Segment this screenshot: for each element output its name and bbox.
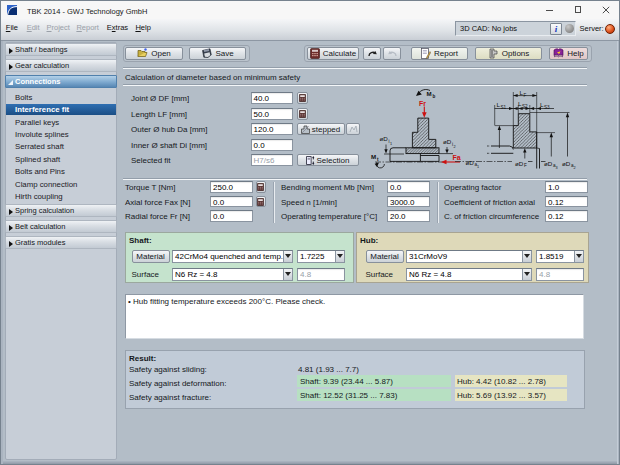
svg-text:t: t: [377, 157, 379, 162]
svg-text:3: 3: [556, 166, 558, 170]
svg-text:1: 1: [390, 142, 392, 146]
svg-text:2: 2: [454, 145, 456, 149]
svg-text:øD: øD: [380, 135, 389, 142]
svg-text:øD: øD: [544, 160, 553, 167]
svg-text:M: M: [427, 90, 432, 97]
svg-text:øD: øD: [443, 138, 452, 145]
svg-text:F: F: [524, 93, 527, 98]
svg-text:Fr: Fr: [419, 100, 426, 107]
svg-text:F: F: [524, 163, 527, 168]
svg-text:øD: øD: [515, 160, 524, 167]
svg-text:b: b: [433, 94, 436, 99]
svg-text:Fa: Fa: [453, 154, 461, 161]
svg-text:1: 1: [477, 165, 479, 169]
svg-text:øD: øD: [562, 160, 571, 167]
svg-text:øD: øD: [466, 159, 475, 166]
svg-text:M: M: [371, 153, 376, 160]
svg-text:2: 2: [574, 166, 576, 170]
